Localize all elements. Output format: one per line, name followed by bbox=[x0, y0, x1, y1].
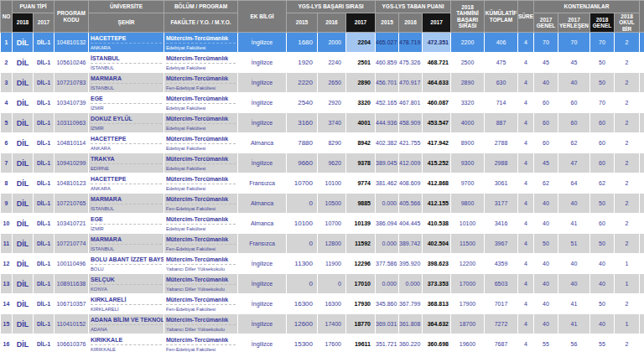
col-header-kontenjan-2017-genel[interactable]: 2017 GENEL bbox=[534, 13, 558, 33]
faculty-name: Fen-Edebiyat Fakültesi bbox=[166, 345, 236, 354]
faculty-name: Edebiyat Fakültesi bbox=[166, 44, 236, 52]
cell-program-kodu: 107210783 bbox=[55, 73, 89, 93]
col-header-puan-2018[interactable]: 2018 bbox=[13, 13, 34, 33]
faculty-name: Fen-Edebiyat Fakültesi bbox=[166, 204, 236, 213]
cell-puan-tipi-2017: DİL-1 bbox=[34, 73, 55, 93]
cell-kontenjan-2017-yerlesen: 45 bbox=[558, 53, 590, 73]
program-name: Mütercim-Tercümanlık bbox=[166, 134, 236, 144]
cell-kontenjan-2017-genel: 55 bbox=[534, 334, 558, 354]
cell-kumulatif-toplam: 406 bbox=[485, 33, 518, 53]
col-header-kontenjan-2018-okulbir[interactable]: 2018 OKUL BİR bbox=[615, 13, 640, 33]
cell-puan-tipi-2017: DİL-1 bbox=[34, 33, 55, 53]
col-header-ek-bilgi[interactable]: EK BİLGİ bbox=[238, 1, 287, 33]
cell-kumulatif-toplam: 3967 bbox=[485, 234, 518, 254]
cell-taban-2017: 415.252 bbox=[423, 153, 451, 173]
cell-bolum-fakulte: Mütercim-Tercümanlık Yabancı Diller Yüks… bbox=[164, 274, 238, 294]
col-header-tahmini-basari[interactable]: 2018 TAHMİNİ BAŞARI SIRASI bbox=[451, 1, 485, 33]
table-row[interactable]: 16 DİL DİL-1 106610376 KIRIKKALE KIRIKKA… bbox=[1, 334, 644, 354]
city-name: KIRIKKALE bbox=[91, 345, 162, 354]
col-header-kumulatif-toplam[interactable]: KÜMÜLATİF TOPLAM bbox=[485, 1, 518, 33]
cell-basari-2017: 9885 bbox=[346, 194, 376, 214]
cell-kontenjan-2018-genel: 40 bbox=[590, 274, 615, 294]
col-header-spacer bbox=[640, 1, 644, 33]
cell-tahmini-basari: 17900 bbox=[451, 294, 485, 314]
cell-taban-2016: 478.719 bbox=[399, 33, 423, 53]
cell-ek-bilgi: İngilizce bbox=[238, 33, 287, 53]
cell-taban-2016: 404.445 bbox=[399, 214, 423, 234]
col-header-basari-2015[interactable]: 2015 bbox=[287, 13, 318, 33]
cell-sure: 4 bbox=[518, 133, 534, 153]
cell-basari-2016: 2240 bbox=[318, 53, 346, 73]
cell-sure: 4 bbox=[518, 334, 534, 354]
col-header-universite[interactable]: ÜNİVERSİTE bbox=[89, 1, 164, 13]
cell-basari-2015: 9660 bbox=[287, 153, 318, 173]
cell-taban-2015: 369.031 bbox=[376, 314, 399, 334]
cell-kontenjan-2017-genel: 40 bbox=[534, 314, 558, 334]
table-row[interactable]: 1 DİL DİL-1 104810132 HACETTEPE ANKARA M… bbox=[1, 33, 644, 53]
cell-program-kodu: 105610246 bbox=[55, 53, 89, 73]
cell-taban-2017: 368.813 bbox=[423, 294, 451, 314]
col-header-taban-2016[interactable]: 2016 bbox=[399, 13, 423, 33]
col-header-puan-2017[interactable]: 2017 bbox=[34, 13, 55, 33]
faculty-name: Edebiyat Fakültesi bbox=[166, 225, 236, 233]
row-number: 9 bbox=[1, 194, 13, 214]
table-row[interactable]: 6 DİL DİL-1 104810114 HACETTEPE ANKARA M… bbox=[1, 133, 644, 153]
cell-ek-bilgi: İngilizce bbox=[238, 73, 287, 93]
cell-basari-2017: 4001 bbox=[346, 113, 376, 133]
col-header-taban-2017[interactable]: 2017 bbox=[423, 13, 451, 33]
cell-basari-2015: 10100 bbox=[287, 214, 318, 234]
cell-puan-tipi-2018: DİL bbox=[13, 53, 34, 73]
cell-bolum-fakulte: Mütercim-Tercümanlık Edebiyat Fakültesi bbox=[164, 133, 238, 153]
table-row[interactable]: 8 DİL DİL-1 104810123 HACETTEPE ANKARA M… bbox=[1, 173, 644, 194]
cell-bolum-fakulte: Mütercim-Tercümanlık Yabancı Diller Yüks… bbox=[164, 254, 238, 274]
col-header-sehir[interactable]: ŞEHİR bbox=[89, 13, 164, 33]
faculty-name: Edebiyat Fakültesi bbox=[166, 184, 236, 193]
col-header-basari-2017[interactable]: 2017 bbox=[346, 13, 376, 33]
cell-puan-tipi-2018: DİL bbox=[13, 314, 34, 334]
table-row[interactable]: 10 DİL DİL-1 103410721 EGE İZMİR Müterci… bbox=[1, 214, 644, 234]
cell-kontenjan-2018-okulbir: 2 bbox=[615, 194, 640, 214]
row-number: 15 bbox=[1, 314, 13, 334]
cell-basari-2015: 2540 bbox=[287, 93, 318, 113]
table-row[interactable]: 14 DİL DİL-1 106710357 KIRKLARELİ KIRKLA… bbox=[1, 294, 644, 314]
col-header-kontenjan-2018-genel[interactable]: 2018 GENEL bbox=[590, 13, 615, 33]
col-header-sure[interactable]: SÜRE bbox=[518, 1, 534, 33]
row-number: 7 bbox=[1, 153, 13, 173]
table-row[interactable]: 4 DİL DİL-1 103410739 EGE İZMİR Mütercim… bbox=[1, 93, 644, 113]
cell-right-edge bbox=[640, 314, 644, 334]
cell-kontenjan-2018-genel: 60 bbox=[590, 214, 615, 234]
program-name: Mütercim-Tercümanlık bbox=[166, 74, 236, 84]
table-row[interactable]: 15 DİL DİL-1 110410152 ADANA BİLİM VE TE… bbox=[1, 314, 644, 334]
table-row[interactable]: 12 DİL DİL-1 100110496 BOLU ABANT İZZET … bbox=[1, 254, 644, 274]
col-header-bolum[interactable]: BÖLÜM / PROGRAM bbox=[164, 1, 238, 13]
cell-sure: 4 bbox=[518, 153, 534, 173]
cell-puan-tipi-2018: DİL bbox=[13, 33, 34, 53]
table-row[interactable]: 3 DİL DİL-1 107210783 MARMARA İSTANBUL M… bbox=[1, 73, 644, 93]
table-row[interactable]: 13 DİL DİL-1 108911638 SELÇUK KONYA Müte… bbox=[1, 274, 644, 294]
cell-basari-2016: 10500 bbox=[318, 194, 346, 214]
table-row[interactable]: 7 DİL DİL-1 109410299 TRAKYA EDİRNE Müte… bbox=[1, 153, 644, 173]
cell-basari-2016: 16300 bbox=[318, 294, 346, 314]
cell-ek-bilgi: İngilizce bbox=[238, 153, 287, 173]
cell-kontenjan-2017-yerlesen: 60 bbox=[558, 93, 590, 113]
cell-sure: 4 bbox=[518, 93, 534, 113]
cell-bolum-fakulte: Mütercim-Tercümanlık Fen-Edebiyat Fakült… bbox=[164, 73, 238, 93]
col-header-program-kodu[interactable]: PROGRAM KODU bbox=[55, 1, 89, 33]
cell-tahmini-basari: 9300 bbox=[451, 153, 485, 173]
cell-puan-tipi-2018: DİL bbox=[13, 254, 34, 274]
cell-puan-tipi-2018: DİL bbox=[13, 173, 34, 194]
table-row[interactable]: 11 DİL DİL-1 107210774 MARMARA İSTANBUL … bbox=[1, 234, 644, 254]
col-header-kontenjan-2017-yerlesen[interactable]: 2017 YERLEŞEN bbox=[558, 13, 590, 33]
table-row[interactable]: 2 DİL DİL-1 105610246 İSTANBUL İSTANBUL … bbox=[1, 53, 644, 73]
table-row[interactable]: 9 DİL DİL-1 107210765 MARMARA İSTANBUL M… bbox=[1, 194, 644, 214]
cell-taban-2016: 470.917 bbox=[399, 73, 423, 93]
row-number: 6 bbox=[1, 133, 13, 153]
table-row[interactable]: 5 DİL DİL-1 103110963 DOKUZ EYLÜL İZMİR … bbox=[1, 113, 644, 133]
col-header-taban-2015[interactable]: 2015 bbox=[376, 13, 399, 33]
cell-sure: 4 bbox=[518, 294, 534, 314]
university-name: HACETTEPE bbox=[91, 34, 162, 44]
col-header-fakulte[interactable]: FAKÜLTE / Y.O. / M.Y.O. bbox=[164, 13, 238, 33]
col-header-basari-2016[interactable]: 2016 bbox=[318, 13, 346, 33]
faculty-name: Yabancı Diller Yüksekokulu bbox=[166, 265, 236, 273]
cell-kontenjan-2017-genel: 45 bbox=[534, 53, 558, 73]
